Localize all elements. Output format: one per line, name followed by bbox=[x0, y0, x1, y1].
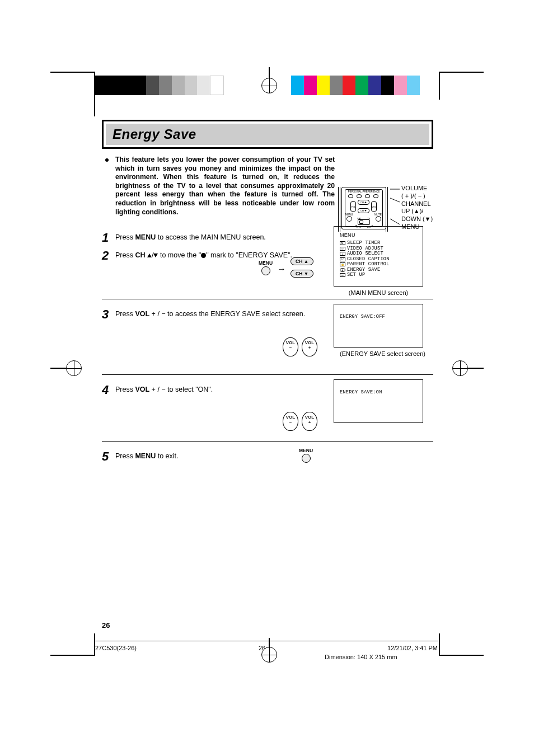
registration-mark-mid-left bbox=[66, 360, 82, 376]
color-bar-right bbox=[291, 76, 420, 95]
vol-plus-button-icon: VOL + bbox=[302, 337, 317, 356]
energy-save-off-osd: ENERGY SAVE:OFF bbox=[334, 304, 423, 348]
tick-mid-right bbox=[468, 368, 484, 369]
menu-button-icon: MENU bbox=[299, 448, 313, 463]
registration-mark-mid-right bbox=[452, 360, 468, 376]
registration-mark-bottom bbox=[261, 647, 277, 663]
callout-lines bbox=[387, 188, 402, 227]
remote-pref-label: PERSONAL PREFERENCE bbox=[347, 190, 381, 193]
intro-text: This feature lets you lower the power co… bbox=[115, 156, 335, 217]
section-title-bar: Energy Save bbox=[102, 120, 433, 149]
page-number: 26 bbox=[102, 621, 110, 630]
remote-diagram: PERSONAL PREFERENCE CH CH VOL VOL MENU M… bbox=[341, 187, 389, 232]
divider bbox=[102, 374, 433, 375]
energy-save-off-caption: (ENERGY SAVE select screen) bbox=[334, 350, 432, 357]
ch-up-button-icon: CH ▲ bbox=[291, 257, 313, 265]
step-number-2: 2 bbox=[102, 250, 115, 262]
color-bar-left bbox=[95, 76, 224, 95]
tick-mid-left bbox=[50, 368, 66, 369]
arrow-right-icon: → bbox=[277, 264, 286, 274]
vol-minus-button-icon: VOL − bbox=[283, 412, 298, 431]
footer-filename: 27C530(23-26) bbox=[95, 645, 137, 651]
registration-tick-top bbox=[269, 67, 270, 78]
footer-datetime: 12/21/02, 3:41 PM bbox=[387, 645, 438, 651]
energy-save-on-osd: ENERGY SAVE:ON bbox=[334, 379, 423, 423]
step-number-3: 3 bbox=[102, 308, 115, 321]
footer-rule bbox=[95, 641, 438, 641]
divider bbox=[102, 441, 433, 442]
remote-vol-right: VOL bbox=[372, 205, 376, 208]
vol-minus-button-icon: VOL − bbox=[283, 337, 298, 356]
step-number-5: 5 bbox=[102, 450, 115, 463]
crop-mark-bottom-right bbox=[439, 633, 484, 656]
step-1-2-buttons: MENU → CH ▲ CH ▼ bbox=[259, 256, 313, 279]
menu-button-icon: MENU bbox=[259, 260, 273, 275]
registration-mark-top bbox=[261, 78, 277, 93]
footer-dimension: Dimension: 140 X 215 mm bbox=[325, 654, 397, 660]
main-menu-caption: (MAIN MENU screen) bbox=[334, 289, 423, 296]
section-title: Energy Save bbox=[104, 121, 432, 147]
crop-mark-top-right bbox=[439, 72, 484, 100]
step-5-button: MENU bbox=[299, 445, 313, 463]
step-4-buttons: VOL − VOL + bbox=[281, 412, 319, 431]
vol-plus-button-icon: VOL + bbox=[302, 412, 317, 431]
step-number-1: 1 bbox=[102, 232, 115, 244]
divider bbox=[102, 299, 433, 299]
registration-tick-bottom bbox=[269, 638, 270, 648]
step-5-text: Press MENU to exit. bbox=[115, 450, 433, 463]
remote-vol-left: VOL bbox=[351, 205, 355, 208]
remote-callout-labels: VOLUME ( + )/( − ) CHANNEL UP (▲)/ DOWN … bbox=[401, 185, 433, 231]
step-3-buttons: VOL − VOL + bbox=[281, 337, 319, 356]
crop-mark-bottom-left bbox=[50, 633, 95, 656]
main-menu-osd: MENU ⏲SLEEP TIMER ▭VIDEO ADJUST ♪AUDIO S… bbox=[334, 226, 423, 287]
ch-down-button-icon: CH ▼ bbox=[291, 270, 313, 278]
step-number-4: 4 bbox=[102, 384, 115, 396]
bullet-icon bbox=[105, 158, 109, 162]
crop-mark-top-left bbox=[50, 72, 95, 100]
